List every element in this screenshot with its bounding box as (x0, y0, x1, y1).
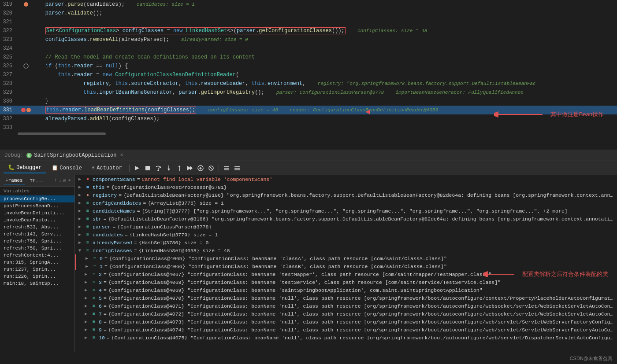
expand-configCandidates[interactable]: ▶ (78, 200, 85, 206)
expand-parser[interactable]: ▶ (78, 224, 85, 229)
frame-item-7[interactable]: refresh:750, Spri... (0, 245, 74, 252)
code-scrollbar-thumb[interactable] (18, 132, 106, 135)
code-scrollbar[interactable] (0, 132, 617, 136)
eq-candidates: = (125, 232, 128, 238)
debug-close-btn[interactable]: × (120, 152, 123, 158)
debugger-label: Debugger (16, 165, 42, 171)
spring-icon: S (26, 152, 32, 158)
frame-item-2[interactable]: invokeBeanDefiniti... (0, 210, 74, 217)
frame-item-5[interactable]: refresh:143, Serv... (0, 231, 74, 238)
var-idx-6[interactable]: ▶ ≡ 6 = {ConfigurationClass@4071} "Confi… (75, 302, 617, 310)
expand-idx-3[interactable]: ▶ (85, 279, 91, 285)
btn-up-frame[interactable]: ↑ (54, 178, 57, 184)
var-idx-7[interactable]: ▶ ≡ 7 = {ConfigurationClass@4072} "Confi… (75, 310, 617, 318)
frame-item-8[interactable]: refreshContext:4... (0, 252, 74, 259)
frame-item-9[interactable]: run:315, SpringA... (0, 259, 74, 266)
btn-rerun[interactable] (132, 163, 142, 173)
var-candidates[interactable]: ▶ ≡ candidates = {LinkedHashSet@3779} si… (75, 231, 617, 239)
var-idx-9[interactable]: ▶ ≡ 9 = {ConfigurationClass@4074} "Confi… (75, 326, 617, 334)
frame-item-6[interactable]: refresh:758, Spri... (0, 238, 74, 245)
name-alreadyParsed: alreadyParsed (93, 240, 132, 246)
btn-add-frame[interactable]: + (68, 178, 71, 184)
expand-idx-1[interactable]: ▶ (85, 264, 92, 269)
code-line-319: 319 parser.parse(candidates); candidates… (0, 0, 617, 9)
code-line-326: 326 if (this.reader == null) { (0, 62, 617, 70)
var-configClasses[interactable]: ▼ ≡ configClasses = {LinkedHashSet@4058}… (75, 246, 617, 254)
btn-settings[interactable] (222, 163, 231, 173)
line-num-322: 322 (2, 28, 19, 34)
btn-more[interactable] (232, 163, 242, 173)
value-sbr: {DefaultListableBeanFactory@3186} "org.s… (108, 216, 613, 222)
icon-candidateNames: ≡ (85, 208, 91, 214)
tab-debugger[interactable]: 🐛 Debugger (4, 162, 46, 173)
btn-step-out[interactable] (175, 163, 184, 173)
expand-idx-2[interactable]: ▶ (85, 272, 91, 277)
name-sbr: sbr (93, 216, 102, 222)
expand-idx-9[interactable]: ▶ (85, 327, 91, 332)
tab-actuator[interactable]: ⚡ Actuator (87, 163, 126, 173)
btn-step-over[interactable] (153, 163, 163, 173)
expand-idx-5[interactable]: ▶ (85, 295, 91, 301)
frame-item-1[interactable]: postProcessBeanD... (0, 202, 74, 210)
frame-item-3[interactable]: invokeBeanFacto... (0, 217, 74, 224)
var-parser[interactable]: ▶ ≡ parser = {ConfigurationClassParser@3… (75, 223, 617, 231)
tab-console[interactable]: 📋 Console (47, 163, 86, 173)
expand-idx-0[interactable]: ▶ (85, 256, 92, 261)
debug-app-tab[interactable]: S SaintSpringbootApplication × (26, 152, 123, 158)
btn-mute-breakpoints[interactable] (206, 163, 216, 173)
expand-idx-7[interactable]: ▶ (85, 311, 91, 316)
expand-sbr[interactable]: ▶ (78, 216, 85, 221)
frame-item-10[interactable]: run:1237, Sprin... (0, 266, 74, 273)
eq-configClasses: = (134, 248, 137, 254)
line-num-333: 333 (2, 125, 19, 131)
frame-item-0[interactable]: processConfigBe... (0, 195, 74, 202)
var-idx-1[interactable]: ▶ ≡ 1 = {ConfigurationClass@4066} "Confi… (75, 262, 617, 270)
frame-item-4[interactable]: refresh:533, Abs... (0, 224, 74, 231)
btn-stop[interactable] (143, 163, 152, 173)
value-idx-4: {ConfigurationClass@4069} "Configuration… (108, 287, 613, 293)
var-idx-10[interactable]: ▶ ≡ 10 = {ConfigurationClass@4075} "Conf… (75, 334, 617, 342)
var-idx-3[interactable]: ▶ ≡ 3 = {ConfigurationClass@4068} "Confi… (75, 278, 617, 286)
frame-item-11[interactable]: run:1226, Sprin... (0, 273, 74, 280)
var-componentScans[interactable]: ▶ ● componentScans = Cannot find local v… (75, 175, 617, 183)
expand-configClasses[interactable]: ▼ (78, 248, 85, 253)
eq-componentScans: = (137, 176, 140, 182)
expand-idx-10[interactable]: ▶ (85, 335, 91, 340)
eq-alreadyParsed: = (134, 240, 137, 246)
btn-step-into[interactable] (164, 163, 174, 173)
var-idx-0[interactable]: ▶ ≡ 0 = {ConfigurationClass@4065} "Confi… (75, 254, 617, 262)
icon-registry: ● (85, 192, 91, 198)
expand-candidates[interactable]: ▶ (78, 232, 85, 237)
var-this[interactable]: ▶ ■ this = {ConfigurationClassPostProces… (75, 183, 617, 191)
expand-registry[interactable]: ▶ (78, 192, 85, 198)
var-alreadyParsed[interactable]: ▶ ≡ alreadyParsed = {HashSet@3780} size … (75, 239, 617, 246)
expand-idx-6[interactable]: ▶ (85, 303, 91, 309)
line-content-323: configClasses.removeAll(alreadyParsed); … (33, 37, 617, 43)
var-configCandidates[interactable]: ▶ ≡ configCandidates = {ArrayList@3776} … (75, 199, 617, 207)
svg-text:S: S (28, 154, 30, 158)
var-sbr[interactable]: ▶ ≡ sbr = {DefaultListableBeanFactory@31… (75, 215, 617, 223)
name-candidates: candidates (93, 232, 123, 238)
btn-evaluate[interactable] (196, 163, 205, 173)
expand-this[interactable]: ▶ (78, 184, 85, 190)
btn-down-frame[interactable]: ↓ (59, 178, 62, 184)
tab-frames[interactable]: Frames (4, 177, 25, 184)
btn-run-to-cursor[interactable] (185, 163, 195, 173)
expand-componentScans[interactable]: ▶ (78, 176, 85, 182)
tab-threads[interactable]: Th... (28, 177, 46, 184)
btn-filter-frames[interactable]: ⊞ (63, 178, 67, 184)
var-idx-5[interactable]: ▶ ≡ 5 = {ConfigurationClass@4070} "Confi… (75, 294, 617, 302)
frame-item-12[interactable]: main:18, SaintSp... (0, 280, 74, 287)
var-candidateNames[interactable]: ▶ ≡ candidateNames = {String[7]@3777} ["… (75, 207, 617, 215)
eq-registry: = (119, 192, 122, 198)
expand-alreadyParsed[interactable]: ▶ (78, 240, 85, 245)
var-idx-4[interactable]: ▶ ≡ 4 = {ConfigurationClass@4069} "Confi… (75, 286, 617, 294)
expand-candidateNames[interactable]: ▶ (78, 208, 85, 213)
expand-idx-4[interactable]: ▶ (85, 287, 91, 293)
expand-idx-8[interactable]: ▶ (85, 319, 91, 324)
var-registry[interactable]: ▶ ● registry = {DefaultListableBeanFacto… (75, 191, 617, 199)
name-idx-1: 1 (100, 264, 103, 269)
annotation-text: 其中做注册Bean操作 (550, 110, 604, 118)
name-idx-2: 2 (99, 272, 102, 277)
var-idx-8[interactable]: ▶ ≡ 8 = {ConfigurationClass@4073} "Confi… (75, 318, 617, 326)
